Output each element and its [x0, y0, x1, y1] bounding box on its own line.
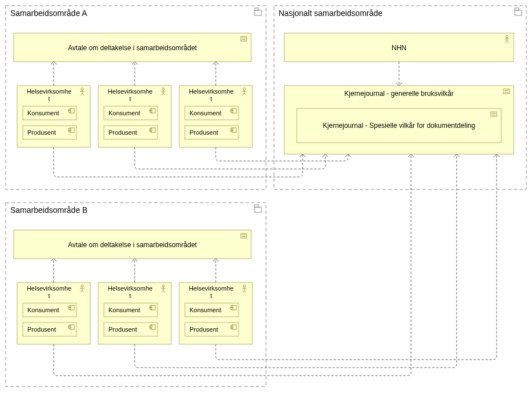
folder-icon: [255, 205, 261, 212]
svg-text:Konsument: Konsument: [27, 110, 59, 116]
entity-a1: Helsevirksomhe t Konsument Produsent: [17, 86, 90, 147]
svg-text:t: t: [210, 292, 212, 299]
svg-text:Produsent: Produsent: [27, 129, 56, 136]
entity-b2: Helsevirksomhe t Konsument Produsent: [98, 283, 171, 344]
nhn-label: NHN: [392, 44, 406, 52]
agreement-a-label: Avtale om deltakelse i samarbeidsområdet: [68, 44, 198, 52]
entity-a3: Helsevirksomhe t Konsument Produsent: [179, 86, 252, 147]
svg-text:t: t: [48, 95, 50, 102]
folder-icon: [515, 8, 522, 15]
svg-text:Helsevirksomhe: Helsevirksomhe: [27, 88, 71, 95]
svg-text:t: t: [210, 95, 212, 102]
entity-a2: Helsevirksomhe t Konsument Produsent: [98, 86, 171, 147]
svg-text:Helsevirksomhe: Helsevirksomhe: [108, 88, 152, 95]
kjernejournal-general: Kjernejournal - generelle bruksvilkår Kj…: [284, 86, 514, 154]
svg-text:t: t: [129, 292, 131, 299]
entity-b3: Helsevirksomhe t Konsument Produsent: [179, 283, 252, 344]
svg-text:Konsument: Konsument: [27, 307, 59, 313]
kj-general-label: Kjernejournal - generelle bruksvilkår: [344, 90, 453, 98]
entity-b1: Helsevirksomhe t Konsument Produsent: [17, 283, 90, 344]
uml-diagram: Samarbeidsområde A Avtale om deltakelse …: [0, 0, 532, 395]
svg-text:Helsevirksomhe: Helsevirksomhe: [189, 285, 233, 292]
svg-text:Produsent: Produsent: [27, 326, 56, 333]
agreement-a: Avtale om deltakelse i samarbeidsområdet: [14, 33, 251, 62]
package-n: Nasjonalt samarbeidsområde NHN Kjernejou…: [274, 6, 526, 190]
svg-text:Konsument: Konsument: [190, 110, 221, 116]
svg-text:Helsevirksomhe: Helsevirksomhe: [108, 285, 152, 292]
package-b: Samarbeidsområde B Avtale om deltakelse …: [6, 203, 266, 386]
svg-text:Produsent: Produsent: [190, 129, 218, 136]
nhn-box: NHN: [284, 33, 514, 62]
svg-text:Konsument: Konsument: [108, 110, 140, 116]
folder-icon: [255, 8, 261, 15]
package-b-title: Samarbeidsområde B: [10, 205, 87, 215]
package-a-title: Samarbeidsområde A: [10, 9, 87, 18]
svg-text:Produsent: Produsent: [108, 129, 137, 136]
svg-text:Konsument: Konsument: [108, 307, 140, 313]
agreement-b: Avtale om deltakelse i samarbeidsområdet: [14, 230, 251, 259]
svg-text:Produsent: Produsent: [190, 326, 218, 333]
svg-text:t: t: [129, 95, 131, 102]
agreement-b-label: Avtale om deltakelse i samarbeidsområdet: [68, 241, 198, 249]
svg-text:Konsument: Konsument: [190, 307, 221, 313]
svg-text:Helsevirksomhe: Helsevirksomhe: [27, 285, 71, 292]
package-a: Samarbeidsområde A Avtale om deltakelse …: [6, 6, 266, 190]
package-n-title: Nasjonalt samarbeidsområde: [279, 9, 382, 18]
svg-text:t: t: [48, 292, 50, 299]
svg-text:Produsent: Produsent: [108, 326, 137, 333]
svg-text:Helsevirksomhe: Helsevirksomhe: [189, 88, 233, 95]
kj-special-label: Kjernejournal - Spesielle vilkår for dok…: [323, 122, 475, 130]
